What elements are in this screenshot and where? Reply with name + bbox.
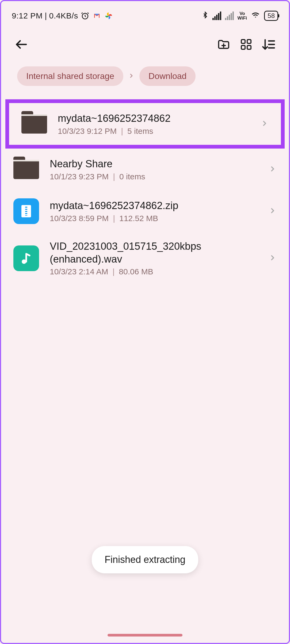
bluetooth-icon <box>202 10 209 21</box>
chevron-right-icon <box>269 207 277 216</box>
file-row-audio-wav[interactable]: VID_20231003_015715_320kbps (enhanced).w… <box>1 232 289 284</box>
status-left: 9:12 PM | 0.4KB/s <box>12 11 113 21</box>
file-subtitle: 10/3/23 8:59 PM | 112.52 MB <box>50 214 258 223</box>
folder-icon <box>21 111 47 137</box>
signal-2-icon <box>225 12 234 20</box>
sort-button[interactable] <box>260 36 277 53</box>
status-time: 9:12 PM <box>12 11 43 20</box>
file-list: mydata~1696252374862 10/3/23 9:12 PM | 5… <box>1 94 289 290</box>
breadcrumb-root[interactable]: Internal shared storage <box>17 66 123 86</box>
file-name: VID_20231003_015715_320kbps (enhanced).w… <box>50 240 258 266</box>
svg-rect-7 <box>247 46 251 49</box>
svg-rect-4 <box>241 40 245 43</box>
svg-rect-6 <box>241 46 245 49</box>
breadcrumb-current[interactable]: Download <box>139 66 196 86</box>
battery-icon: 58 <box>264 11 278 21</box>
file-name: Nearby Share <box>50 158 258 171</box>
status-data-rate: 0.4KB/s <box>49 11 78 20</box>
vowifi-icon: Vo WiFi <box>238 11 247 20</box>
file-row-mydata-zip[interactable]: mydata~1696252374862.zip 10/3/23 8:59 PM… <box>1 190 289 232</box>
battery-percent: 58 <box>268 12 275 19</box>
wifi-icon <box>251 11 260 21</box>
alarm-icon <box>80 11 90 21</box>
file-row-nearby-share[interactable]: Nearby Share 10/1/23 9:23 PM | 0 items <box>1 149 289 190</box>
home-indicator[interactable] <box>108 634 182 637</box>
folder-icon <box>13 157 39 182</box>
file-subtitle: 10/3/23 2:14 AM | 80.06 MB <box>50 267 258 276</box>
signal-1-icon <box>212 12 221 20</box>
status-bar: 9:12 PM | 0.4KB/s Vo WiFi 58 <box>1 1 289 25</box>
file-subtitle: 10/1/23 9:23 PM | 0 items <box>50 172 258 181</box>
file-row-mydata-folder[interactable]: mydata~1696252374862 10/3/23 9:12 PM | 5… <box>5 99 285 149</box>
chevron-right-icon <box>269 165 277 174</box>
file-subtitle: 10/3/23 9:12 PM | 5 items <box>58 127 250 136</box>
audio-icon <box>13 245 39 271</box>
grid-view-button[interactable] <box>238 36 255 53</box>
chevron-right-icon <box>261 119 269 128</box>
zip-icon <box>13 198 39 224</box>
file-name: mydata~1696252374862.zip <box>50 199 258 212</box>
photos-icon <box>104 11 113 21</box>
breadcrumb: Internal shared storage Download <box>1 58 289 94</box>
gmail-icon <box>92 11 102 21</box>
new-folder-button[interactable] <box>215 36 232 53</box>
back-button[interactable] <box>13 36 30 53</box>
toolbar <box>1 25 289 58</box>
status-sep: | <box>45 11 47 20</box>
chevron-right-icon <box>128 73 135 80</box>
status-right: Vo WiFi 58 <box>202 10 278 21</box>
file-name: mydata~1696252374862 <box>58 112 250 125</box>
toast-message: Finished extracting <box>92 546 198 573</box>
chevron-right-icon <box>269 254 277 263</box>
svg-rect-5 <box>247 40 251 43</box>
